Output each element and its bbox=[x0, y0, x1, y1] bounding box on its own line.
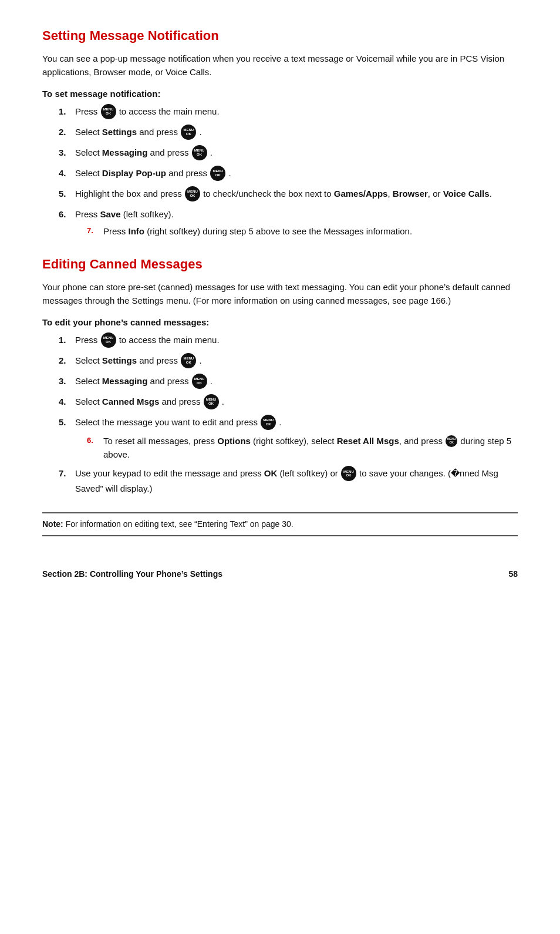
step-1-4-text-mid: and press bbox=[166, 168, 210, 178]
menu-icon-1: MENUOK bbox=[101, 104, 116, 119]
section1-title: Setting Message Notification bbox=[42, 28, 518, 43]
step-2-6-text-mid: (left softkey) or bbox=[277, 468, 340, 478]
step-1-5-bold-1: Games/Apps bbox=[334, 189, 388, 199]
menu-icon-4: MENUOK bbox=[210, 166, 225, 181]
menu-icon-2-3: MENUOK bbox=[192, 374, 207, 389]
menu-icon-2-2: MENUOK bbox=[181, 353, 196, 368]
step-1-1-text-before: Press bbox=[75, 106, 100, 116]
step-1-6-info-bold: Info bbox=[129, 226, 145, 236]
step-1-5-comma1: , bbox=[387, 189, 392, 199]
step-2-3-text-after: . bbox=[210, 376, 212, 386]
step-2-2-text-mid: and press bbox=[137, 355, 180, 365]
step-1-5-period: . bbox=[490, 189, 492, 199]
step-1-3: Select Messaging and press MENUOK . bbox=[59, 146, 518, 161]
step-1-4-text-before: Select bbox=[75, 168, 102, 178]
step-2-3: Select Messaging and press MENUOK . bbox=[59, 374, 518, 389]
step-2-5-text-after: . bbox=[279, 417, 281, 427]
step-2-5-options-bold: Options bbox=[217, 436, 251, 446]
step-1-2-text-after: . bbox=[199, 127, 201, 137]
footer: Section 2B: Controlling Your Phone’s Set… bbox=[42, 565, 518, 579]
menu-icon-2-1: MENUOK bbox=[101, 332, 116, 348]
section2-title: Editing Canned Messages bbox=[42, 257, 518, 272]
note-label: Note: bbox=[42, 519, 63, 529]
step-2-3-text-before: Select bbox=[75, 376, 102, 386]
step-1-4-text-after: . bbox=[228, 168, 231, 178]
step-1-6-text-before: Press bbox=[75, 209, 100, 219]
step-1-3-text-after: . bbox=[210, 147, 212, 157]
step-2-2-text-before: Select bbox=[75, 355, 102, 365]
section2-intro: Your phone can store pre-set (canned) me… bbox=[42, 280, 518, 308]
step-2-3-bold: Messaging bbox=[102, 376, 148, 386]
section1-instruction-label: To set message notification: bbox=[42, 89, 518, 99]
step-1-3-text-mid: and press bbox=[147, 147, 191, 157]
step-2-1-text-before: Press bbox=[75, 335, 100, 345]
step-2-6: Use your keypad to edit the message and … bbox=[59, 466, 518, 495]
step-2-3-text-mid: and press bbox=[147, 376, 191, 386]
menu-icon-2-5: MENUOK bbox=[261, 415, 276, 430]
step-1-5-bold-2: Browser bbox=[393, 189, 428, 199]
step-2-2: Select Settings and press MENUOK . bbox=[59, 354, 518, 369]
step-1-1: Press MENUOK to access the main menu. bbox=[59, 105, 518, 120]
step-2-6-ok-bold: OK bbox=[264, 468, 278, 478]
footer-left: Section 2B: Controlling Your Phone’s Set… bbox=[42, 569, 222, 579]
step-2-4-text-mid: and press bbox=[159, 397, 203, 406]
menu-icon-2-4: MENUOK bbox=[204, 394, 219, 409]
step-2-5-text-before: Select the message you want to edit and … bbox=[75, 417, 260, 427]
step-1-2-text-before: Select bbox=[75, 127, 102, 137]
step-1-6: Press Save (left softkey). Press Info (r… bbox=[59, 207, 518, 238]
step-1-3-text-before: Select bbox=[75, 147, 102, 157]
step-2-2-bold: Settings bbox=[102, 355, 137, 365]
note-box: Note: For information on editing text, s… bbox=[42, 512, 518, 536]
step-2-5-reset-bold: Reset All Msgs bbox=[337, 436, 399, 446]
step-1-2-text-mid: and press bbox=[137, 127, 180, 137]
menu-icon-2-6: MENUOK bbox=[341, 466, 356, 481]
section2-steps: Press MENUOK to access the main menu. Se… bbox=[59, 333, 518, 496]
step-2-5-sub-1: To reset all messages, press Options (ri… bbox=[87, 434, 518, 462]
footer-right: 58 bbox=[508, 569, 518, 579]
step-1-5-comma2: , or bbox=[428, 189, 443, 199]
step-1-4: Select Display Pop-up and press MENUOK . bbox=[59, 166, 518, 182]
menu-icon-2: MENUOK bbox=[181, 125, 196, 140]
note-text: For information on editing text, see “En… bbox=[66, 519, 294, 529]
step-1-1-text-after: to access the main menu. bbox=[119, 106, 220, 116]
step-1-6-sub-1: Press Info (right softkey) during step 5… bbox=[87, 224, 518, 238]
section2-instruction-label: To edit your phone’s canned messages: bbox=[42, 317, 518, 327]
step-2-4: Select Canned Msgs and press MENUOK . bbox=[59, 395, 518, 410]
step-1-5-text-before: Highlight the box and press bbox=[75, 189, 184, 199]
step-1-5-bold-3: Voice Calls bbox=[443, 189, 490, 199]
step-2-6-text-before: Use your keypad to edit the message and … bbox=[75, 468, 264, 478]
step-2-5: Select the message you want to edit and … bbox=[59, 415, 518, 462]
step-1-5: Highlight the box and press MENUOK to ch… bbox=[59, 187, 518, 202]
step-1-2: Select Settings and press MENUOK . bbox=[59, 125, 518, 140]
menu-icon-3: MENUOK bbox=[192, 145, 207, 160]
section1-steps: Press MENUOK to access the main menu. Se… bbox=[59, 105, 518, 238]
step-2-2-text-after: . bbox=[199, 355, 201, 365]
step-2-1-text-after: to access the main menu. bbox=[119, 335, 220, 345]
step-1-6-sub: Press Info (right softkey) during step 5… bbox=[87, 224, 518, 238]
step-2-4-text-after: . bbox=[222, 397, 224, 406]
step-2-1: Press MENUOK to access the main menu. bbox=[59, 333, 518, 348]
section1-intro: You can see a pop-up message notificatio… bbox=[42, 52, 518, 79]
step-2-5-sub: To reset all messages, press Options (ri… bbox=[87, 434, 518, 462]
step-2-4-bold: Canned Msgs bbox=[102, 397, 160, 406]
menu-icon-5: MENUOK bbox=[185, 186, 200, 201]
step-1-6-bold: Save bbox=[100, 209, 121, 219]
step-1-5-text-after: to check/uncheck the box next to bbox=[203, 189, 334, 199]
step-1-4-bold: Display Pop-up bbox=[102, 168, 166, 178]
step-1-3-bold: Messaging bbox=[102, 147, 148, 157]
step-1-6-text-after: (left softkey). bbox=[121, 209, 174, 219]
step-2-4-text-before: Select bbox=[75, 397, 102, 406]
step-1-2-bold: Settings bbox=[102, 127, 137, 137]
menu-icon-2-5-sub: MENUOK bbox=[446, 435, 457, 447]
